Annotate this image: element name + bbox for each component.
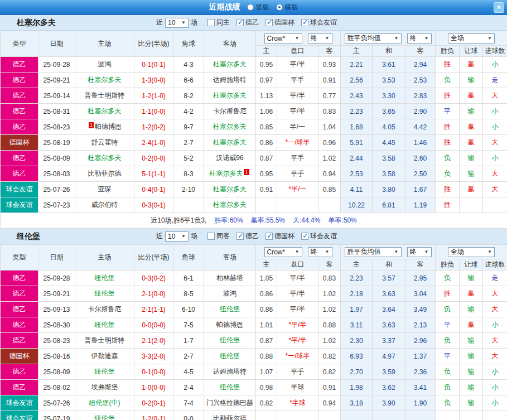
- home-team-cell[interactable]: 纽伦堡: [75, 271, 134, 286]
- odds-stage-select[interactable]: 终 ▼: [308, 33, 332, 44]
- match-date: 25-07-19: [38, 411, 75, 420]
- same-venue-checkbox[interactable]: 同客: [207, 231, 230, 241]
- home-team-cell[interactable]: 1帕德博恩: [75, 119, 134, 135]
- checkbox-icon[interactable]: [207, 233, 215, 240]
- league-filter-de2[interactable]: 德乙: [236, 231, 259, 241]
- away-team-cell[interactable]: 达姆施塔特: [204, 364, 256, 380]
- away-team-cell[interactable]: 比勒菲尔德: [204, 411, 256, 420]
- away-team-cell[interactable]: 达姆施塔特: [204, 73, 256, 88]
- layout-radio-horizontal[interactable]: 横版: [276, 3, 298, 12]
- home-team-cell[interactable]: 亚琛: [75, 182, 134, 197]
- recent-count-select[interactable]: 10 ▼: [165, 231, 189, 242]
- handicap-line: *半球: [277, 395, 318, 411]
- away-team-cell[interactable]: 帕德博恩: [204, 317, 256, 333]
- home-team-cell[interactable]: 纽伦堡(中): [75, 395, 134, 411]
- home-team-cell[interactable]: 波鸿: [75, 57, 134, 73]
- away-team-cell[interactable]: 纽伦堡: [204, 380, 256, 395]
- odds-home: 1.06: [256, 104, 277, 119]
- home-team-cell[interactable]: 纽伦堡: [75, 286, 134, 302]
- home-team-cell[interactable]: 杜塞尔多夫: [75, 73, 134, 88]
- result-handicap: 输: [460, 380, 483, 395]
- avg-home-odds: 5.91: [341, 135, 373, 151]
- home-team-cell[interactable]: 纽伦堡: [75, 317, 134, 333]
- league-filter-friendly[interactable]: 球会友谊: [301, 18, 337, 27]
- away-team-name: 杜塞尔多夫: [213, 123, 247, 131]
- col-type: 类型: [1, 245, 38, 271]
- match-type-badge: 德乙: [1, 271, 38, 286]
- avg-stage-value: 终: [410, 247, 417, 257]
- checkbox-icon[interactable]: [301, 19, 308, 26]
- avg-draw-odds: 3.90: [373, 395, 405, 411]
- avg-stage-select[interactable]: 终 ▼: [407, 247, 432, 257]
- league-filter-de2[interactable]: 德乙: [236, 18, 259, 27]
- same-venue-checkbox[interactable]: 同主: [207, 18, 230, 27]
- match-row: 德乙25-08-09杜塞尔多夫0-2(0-0)5-2汉诺威960.87平手1.0…: [1, 151, 507, 166]
- away-team-cell[interactable]: 纽伦堡: [204, 333, 256, 349]
- home-team-cell[interactable]: 杜塞尔多夫: [75, 104, 134, 119]
- away-team-cell[interactable]: 卡尔斯鲁厄: [204, 104, 256, 119]
- avg-type-select[interactable]: 胜平负均值 ▼: [345, 33, 402, 44]
- home-team-cell[interactable]: 纽伦堡: [75, 364, 134, 380]
- avg-away-odds: 3.49: [405, 302, 436, 317]
- match-date: 25-09-14: [38, 88, 75, 104]
- result-outcome: 胜: [436, 286, 460, 302]
- home-team-cell[interactable]: 伊勒迪森: [75, 349, 134, 364]
- result-outcome: [436, 411, 460, 420]
- away-team-cell[interactable]: 杜塞尔多夫: [204, 57, 256, 73]
- away-team-cell[interactable]: 杜塞尔多夫: [204, 88, 256, 104]
- fulltime-select[interactable]: 全场 ▼: [448, 33, 495, 44]
- avg-stage-select[interactable]: 终 ▼: [407, 33, 432, 44]
- match-score: 2-1(0-0): [134, 286, 173, 302]
- home-team-cell[interactable]: 普鲁士明斯特: [75, 88, 134, 104]
- odds-stage-value: 终: [311, 247, 317, 257]
- away-team-cell[interactable]: 波鸿: [204, 286, 256, 302]
- home-team-cell[interactable]: 普鲁士明斯特: [75, 333, 134, 349]
- radio-icon-horizontal[interactable]: [276, 4, 283, 11]
- league-filter-cup[interactable]: 德国杯: [265, 231, 294, 241]
- radio-icon-vertical[interactable]: [247, 4, 254, 11]
- checkbox-icon[interactable]: [265, 233, 273, 240]
- match-row: 德乙25-09-21杜塞尔多夫1-3(0-0)6-6达姆施塔特0.97平手0.9…: [1, 73, 507, 88]
- league-filter-friendly[interactable]: 球会友谊: [301, 231, 337, 241]
- home-team-cell[interactable]: 纽伦堡: [75, 411, 134, 420]
- match-row: 德乙25-08-231帕德博恩1-2(0-2)9-7杜塞尔多夫0.85半/一1.…: [1, 119, 507, 135]
- league-filter-cup[interactable]: 德国杯: [265, 18, 294, 27]
- league-filter-label: 德乙: [245, 18, 259, 27]
- recent-count-select[interactable]: 10 ▼: [165, 18, 189, 28]
- bookmaker-select[interactable]: Crow* ▼: [264, 247, 302, 257]
- away-team-cell[interactable]: 纽伦堡: [204, 349, 256, 364]
- away-team-cell[interactable]: 纽伦堡: [204, 302, 256, 317]
- odds-stage-select[interactable]: 终 ▼: [308, 247, 332, 257]
- checkbox-icon[interactable]: [207, 19, 215, 26]
- bookmaker-select[interactable]: Crow* ▼: [264, 33, 302, 44]
- away-team-cell[interactable]: 门兴格拉德巴赫: [204, 395, 256, 411]
- away-team-cell[interactable]: 杜塞尔多夫: [204, 135, 256, 151]
- away-team-cell[interactable]: 杜塞尔多夫1: [204, 166, 256, 182]
- away-team-cell[interactable]: 杜塞尔多夫: [204, 119, 256, 135]
- col-result: 胜负: [436, 259, 460, 271]
- checkbox-icon[interactable]: [236, 19, 244, 26]
- fulltime-select[interactable]: 全场 ▼: [448, 247, 495, 257]
- home-team-cell[interactable]: 舒云霍特: [75, 135, 134, 151]
- match-score: 0-1(0-1): [134, 57, 173, 73]
- checkbox-icon[interactable]: [265, 19, 273, 26]
- home-team-cell[interactable]: 威尔伯特: [75, 197, 134, 213]
- home-team-cell[interactable]: 卡尔斯鲁厄: [75, 302, 134, 317]
- away-team-name: 纽伦堡: [220, 383, 240, 391]
- corner-score: 6-6: [173, 73, 204, 88]
- avg-home-odds: 1.68: [341, 119, 373, 135]
- checkbox-icon[interactable]: [301, 233, 308, 240]
- match-row: 德乙25-09-14普鲁士明斯特1-2(1-0)8-2杜塞尔多夫1.13平/半0…: [1, 88, 507, 104]
- away-team-cell[interactable]: 柏林赫塔: [204, 271, 256, 286]
- home-team-cell[interactable]: 比勒菲尔德: [75, 166, 134, 182]
- checkbox-icon[interactable]: [236, 233, 244, 240]
- close-icon[interactable]: ✕: [494, 2, 504, 13]
- layout-radio-vertical[interactable]: 竖版: [247, 3, 269, 12]
- away-team-cell[interactable]: 杜塞尔多夫: [204, 197, 256, 213]
- away-team-cell[interactable]: 杜塞尔多夫: [204, 182, 256, 197]
- home-team-cell[interactable]: 埃弗斯堡: [75, 380, 134, 395]
- home-team-cell[interactable]: 杜塞尔多夫: [75, 151, 134, 166]
- home-team-name: 舒云霍特: [91, 138, 118, 146]
- away-team-cell[interactable]: 汉诺威96: [204, 151, 256, 166]
- avg-type-select[interactable]: 胜平负均值 ▼: [345, 247, 402, 257]
